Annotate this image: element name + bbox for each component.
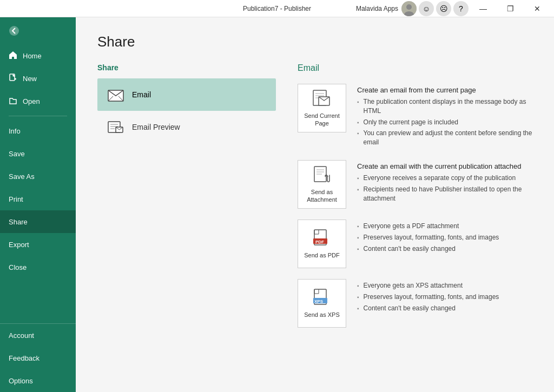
bullet-2-2: ▪ Content can't be easily changed	[357, 244, 532, 254]
bullet-2-0: ▪ Everyone gets a PDF attachment	[357, 222, 532, 231]
send-as-xps-label: Send as XPS	[304, 311, 339, 318]
sidebar: Home New Open Info Save	[0, 17, 76, 392]
sidebar-item-export[interactable]: Export	[0, 233, 76, 256]
sidebar-item-share-label: Share	[9, 218, 28, 226]
titlebar-title: Publication7 - Publisher	[243, 5, 311, 12]
email-option-send-attachment-row: Send asAttachment Create an email with t…	[298, 160, 532, 209]
sidebar-item-options-label: Options	[9, 377, 33, 385]
open-icon	[9, 96, 17, 107]
app-body: Home New Open Info Save	[0, 17, 554, 392]
send-as-pdf-label: Send as PDF	[304, 251, 339, 259]
sidebar-item-account[interactable]: Account	[0, 324, 76, 347]
send-current-page-button[interactable]: Send CurrentPage	[298, 84, 346, 132]
page-title: Share	[97, 34, 532, 50]
email-section-heading: Email	[298, 63, 532, 73]
sidebar-item-feedback[interactable]: Feedback	[0, 347, 76, 369]
avatar-icon	[401, 1, 417, 16]
bullet-dot: ▪	[357, 98, 359, 106]
app-title: Publication7 - Publisher	[243, 5, 311, 12]
bullet-dot: ▪	[357, 305, 359, 313]
sidebar-nav-mid: Info Save Save As Print Share Export Clo…	[0, 119, 76, 278]
send-current-page-title: Create an email from the current page	[357, 86, 532, 94]
send-current-page-icon	[311, 89, 333, 109]
sidebar-item-print[interactable]: Print	[0, 188, 76, 210]
share-option-email-preview-label: Email Preview	[132, 123, 180, 131]
sidebar-nav-bottom: Account Feedback Options	[0, 323, 76, 392]
svg-text:XPS: XPS	[314, 299, 324, 304]
bullet-2-1: ▪ Preserves layout, formatting, fonts, a…	[357, 233, 532, 242]
svg-point-3	[9, 26, 19, 36]
send-as-pdf-button[interactable]: PDF Send as PDF	[298, 220, 346, 268]
email-share-icon	[106, 85, 126, 104]
share-option-email-label: Email	[132, 90, 151, 99]
share-option-email-preview[interactable]: Email Preview	[97, 111, 276, 143]
send-current-page-label: Send CurrentPage	[304, 112, 339, 128]
frown-button[interactable]: ☹	[436, 1, 451, 16]
sidebar-item-open-label: Open	[23, 97, 40, 105]
share-layout: Share Email	[97, 63, 532, 338]
sidebar-item-new-label: New	[23, 75, 37, 83]
sidebar-item-save[interactable]: Save	[0, 142, 76, 165]
home-icon	[9, 51, 17, 61]
main-content: Share Share Email	[76, 17, 554, 392]
send-current-page-desc: Create an email from the current page ▪ …	[357, 84, 532, 149]
sidebar-item-info[interactable]: Info	[0, 119, 76, 142]
restore-button[interactable]: ❐	[498, 0, 523, 17]
sidebar-item-home[interactable]: Home	[0, 44, 76, 67]
share-option-email[interactable]: Email	[97, 78, 276, 111]
email-option-send-current-page-row: Send CurrentPage Create an email from th…	[298, 84, 532, 149]
send-as-attachment-button[interactable]: Send asAttachment	[298, 160, 346, 209]
send-as-xps-button[interactable]: XPS Send as XPS	[298, 279, 346, 328]
sidebar-item-open[interactable]: Open	[0, 90, 76, 112]
sidebar-item-print-label: Print	[9, 195, 23, 203]
sidebar-item-save-as-label: Save As	[9, 172, 35, 181]
bullet-dot: ▪	[357, 223, 359, 230]
sidebar-item-close[interactable]: Close	[0, 256, 76, 278]
bullet-dot: ▪	[357, 175, 359, 182]
share-section-heading: Share	[97, 63, 276, 72]
left-panel: Share Email	[97, 63, 276, 338]
bullet-dot: ▪	[357, 245, 359, 253]
sidebar-item-home-label: Home	[23, 52, 42, 60]
svg-point-1	[406, 4, 412, 10]
bullet-dot: ▪	[357, 186, 359, 194]
bullet-3-2: ▪ Content can't be easily changed	[357, 304, 532, 313]
email-option-send-pdf-row: PDF Send as PDF ▪ Everyone gets a PDF at…	[298, 220, 532, 268]
email-option-send-xps-row: XPS Send as XPS ▪ Everyone gets an XPS a…	[298, 279, 532, 328]
sidebar-nav-top: Home New Open	[0, 44, 76, 112]
user-info: Malavida Apps	[356, 1, 417, 16]
send-as-attachment-title: Create an email with the current publica…	[357, 162, 532, 170]
send-as-xps-icon: XPS	[311, 288, 333, 308]
bullet-dot: ▪	[357, 282, 359, 290]
help-button[interactable]: ?	[453, 1, 469, 16]
sidebar-item-save-as[interactable]: Save As	[0, 165, 76, 188]
bullet-dot: ▪	[357, 130, 359, 137]
minimize-button[interactable]: —	[471, 0, 496, 17]
sidebar-item-save-label: Save	[9, 150, 25, 158]
new-icon	[9, 74, 17, 84]
sidebar-item-feedback-label: Feedback	[9, 354, 39, 362]
bullet-1-1: ▪ Recipients need to have Publisher inst…	[357, 185, 532, 203]
sidebar-item-options[interactable]: Options	[0, 369, 76, 392]
sidebar-item-new[interactable]: New	[0, 67, 76, 90]
smiley-button[interactable]: ☺	[419, 1, 434, 16]
right-panel: Email Send CurrentPage	[276, 63, 532, 338]
back-button[interactable]	[0, 17, 76, 44]
close-button[interactable]: ✕	[525, 0, 550, 17]
bullet-1-0: ▪ Everyone receives a separate copy of t…	[357, 174, 532, 183]
svg-text:PDF: PDF	[315, 240, 324, 244]
back-arrow-icon	[9, 25, 19, 36]
bullet-dot: ▪	[357, 294, 359, 301]
sidebar-item-account-label: Account	[9, 331, 34, 340]
email-preview-share-icon	[106, 117, 126, 137]
sidebar-item-export-label: Export	[9, 241, 29, 249]
sidebar-item-info-label: Info	[9, 127, 21, 135]
avatar	[401, 1, 417, 16]
titlebar-controls: Malavida Apps ☺ ☹ ? — ❐ ✕	[356, 0, 550, 17]
bullet-dot: ▪	[357, 234, 359, 242]
user-name: Malavida Apps	[356, 5, 398, 12]
sidebar-item-close-label: Close	[9, 263, 27, 271]
sidebar-divider-1	[9, 116, 67, 116]
sidebar-item-share[interactable]: Share	[0, 210, 76, 233]
send-as-pdf-desc: ▪ Everyone gets a PDF attachment ▪ Prese…	[357, 220, 532, 255]
